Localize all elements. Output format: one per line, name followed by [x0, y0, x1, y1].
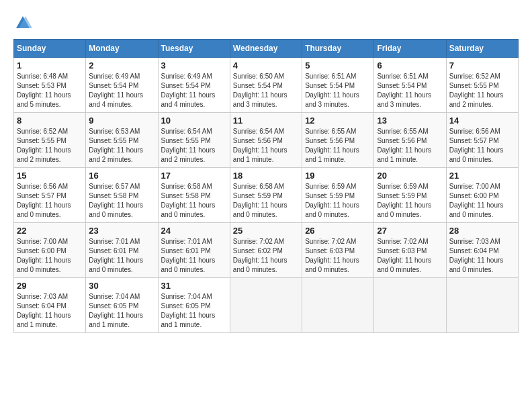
day-detail: Sunrise: 7:04 AMSunset: 6:05 PMDaylight:…	[89, 292, 154, 330]
calendar-day-cell: 23 Sunrise: 7:01 AMSunset: 6:01 PMDaylig…	[86, 223, 158, 278]
page-header	[13, 13, 519, 32]
day-number: 7	[449, 60, 515, 71]
day-detail: Sunrise: 7:01 AMSunset: 6:01 PMDaylight:…	[89, 237, 154, 275]
day-detail: Sunrise: 6:50 AMSunset: 5:54 PMDaylight:…	[233, 72, 299, 109]
calendar-day-cell	[230, 278, 302, 333]
calendar-day-cell: 8 Sunrise: 6:52 AMSunset: 5:55 PMDayligh…	[14, 113, 86, 168]
logo-icon	[13, 13, 32, 32]
day-number: 23	[89, 226, 154, 236]
calendar-day-cell	[446, 278, 518, 333]
day-detail: Sunrise: 6:48 AMSunset: 5:53 PMDaylight:…	[17, 72, 83, 109]
day-detail: Sunrise: 6:58 AMSunset: 5:58 PMDaylight:…	[161, 182, 227, 220]
day-number: 8	[17, 116, 83, 126]
calendar-day-cell: 14 Sunrise: 6:56 AMSunset: 5:57 PMDaylig…	[446, 113, 518, 168]
day-detail: Sunrise: 6:52 AMSunset: 5:55 PMDaylight:…	[449, 72, 515, 109]
calendar-week-row: 8 Sunrise: 6:52 AMSunset: 5:55 PMDayligh…	[14, 113, 519, 168]
calendar-day-cell: 10 Sunrise: 6:54 AMSunset: 5:55 PMDaylig…	[158, 113, 230, 168]
day-detail: Sunrise: 6:57 AMSunset: 5:58 PMDaylight:…	[89, 182, 154, 220]
day-of-week-header: Saturday	[446, 40, 518, 58]
day-detail: Sunrise: 6:59 AMSunset: 5:59 PMDaylight:…	[305, 182, 371, 220]
day-number: 19	[305, 171, 371, 181]
day-detail: Sunrise: 6:54 AMSunset: 5:56 PMDaylight:…	[233, 127, 299, 165]
day-number: 29	[17, 281, 83, 291]
calendar-day-cell: 15 Sunrise: 6:56 AMSunset: 5:57 PMDaylig…	[14, 168, 86, 223]
calendar-day-cell: 22 Sunrise: 7:00 AMSunset: 6:00 PMDaylig…	[14, 223, 86, 278]
day-number: 3	[161, 60, 227, 71]
calendar-day-cell: 24 Sunrise: 7:01 AMSunset: 6:01 PMDaylig…	[158, 223, 230, 278]
day-number: 6	[377, 60, 443, 71]
calendar-day-cell: 27 Sunrise: 7:02 AMSunset: 6:03 PMDaylig…	[374, 223, 446, 278]
day-of-week-header: Monday	[86, 40, 158, 58]
day-number: 31	[161, 281, 227, 291]
day-number: 11	[233, 116, 299, 126]
day-number: 15	[17, 171, 83, 181]
calendar-day-cell: 16 Sunrise: 6:57 AMSunset: 5:58 PMDaylig…	[86, 168, 158, 223]
calendar-day-cell: 13 Sunrise: 6:55 AMSunset: 5:56 PMDaylig…	[374, 113, 446, 168]
day-number: 30	[89, 281, 154, 291]
day-number: 16	[89, 171, 154, 181]
day-detail: Sunrise: 7:03 AMSunset: 6:04 PMDaylight:…	[449, 237, 515, 275]
calendar-day-cell: 21 Sunrise: 7:00 AMSunset: 6:00 PMDaylig…	[446, 168, 518, 223]
day-detail: Sunrise: 6:52 AMSunset: 5:55 PMDaylight:…	[17, 127, 83, 165]
calendar-day-cell: 19 Sunrise: 6:59 AMSunset: 5:59 PMDaylig…	[302, 168, 374, 223]
day-detail: Sunrise: 6:49 AMSunset: 5:54 PMDaylight:…	[89, 72, 154, 109]
calendar-day-cell: 9 Sunrise: 6:53 AMSunset: 5:55 PMDayligh…	[86, 113, 158, 168]
calendar-day-cell: 18 Sunrise: 6:58 AMSunset: 5:59 PMDaylig…	[230, 168, 302, 223]
day-number: 17	[161, 171, 227, 181]
day-detail: Sunrise: 7:00 AMSunset: 6:00 PMDaylight:…	[449, 182, 515, 220]
day-detail: Sunrise: 7:01 AMSunset: 6:01 PMDaylight:…	[161, 237, 227, 275]
day-number: 26	[305, 226, 371, 236]
day-detail: Sunrise: 6:55 AMSunset: 5:56 PMDaylight:…	[377, 127, 443, 165]
calendar-week-row: 29 Sunrise: 7:03 AMSunset: 6:04 PMDaylig…	[14, 278, 519, 333]
calendar-day-cell	[374, 278, 446, 333]
day-detail: Sunrise: 6:55 AMSunset: 5:56 PMDaylight:…	[305, 127, 371, 165]
calendar-day-cell: 5 Sunrise: 6:51 AMSunset: 5:54 PMDayligh…	[302, 58, 374, 113]
day-number: 22	[17, 226, 83, 236]
day-number: 12	[305, 116, 371, 126]
calendar-week-row: 1 Sunrise: 6:48 AMSunset: 5:53 PMDayligh…	[14, 58, 519, 113]
calendar-day-cell: 7 Sunrise: 6:52 AMSunset: 5:55 PMDayligh…	[446, 58, 518, 113]
day-of-week-header: Wednesday	[230, 40, 302, 58]
day-number: 27	[377, 226, 443, 236]
day-number: 10	[161, 116, 227, 126]
calendar-day-cell: 26 Sunrise: 7:02 AMSunset: 6:03 PMDaylig…	[302, 223, 374, 278]
day-number: 2	[89, 60, 154, 71]
calendar-day-cell: 17 Sunrise: 6:58 AMSunset: 5:58 PMDaylig…	[158, 168, 230, 223]
calendar-day-cell: 4 Sunrise: 6:50 AMSunset: 5:54 PMDayligh…	[230, 58, 302, 113]
calendar-header-row: SundayMondayTuesdayWednesdayThursdayFrid…	[14, 40, 519, 58]
day-detail: Sunrise: 7:02 AMSunset: 6:03 PMDaylight:…	[377, 237, 443, 275]
day-of-week-header: Sunday	[14, 40, 86, 58]
day-detail: Sunrise: 6:54 AMSunset: 5:55 PMDaylight:…	[161, 127, 227, 165]
day-of-week-header: Thursday	[302, 40, 374, 58]
day-number: 24	[161, 226, 227, 236]
day-of-week-header: Tuesday	[158, 40, 230, 58]
calendar-day-cell	[302, 278, 374, 333]
day-number: 13	[377, 116, 443, 126]
day-number: 4	[233, 60, 299, 71]
calendar-day-cell: 11 Sunrise: 6:54 AMSunset: 5:56 PMDaylig…	[230, 113, 302, 168]
calendar-day-cell: 25 Sunrise: 7:02 AMSunset: 6:02 PMDaylig…	[230, 223, 302, 278]
calendar-day-cell: 1 Sunrise: 6:48 AMSunset: 5:53 PMDayligh…	[14, 58, 86, 113]
day-number: 14	[449, 116, 515, 126]
day-detail: Sunrise: 6:59 AMSunset: 5:59 PMDaylight:…	[377, 182, 443, 220]
day-of-week-header: Friday	[374, 40, 446, 58]
calendar-day-cell: 6 Sunrise: 6:51 AMSunset: 5:54 PMDayligh…	[374, 58, 446, 113]
day-number: 28	[449, 226, 515, 236]
day-number: 21	[449, 171, 515, 181]
day-number: 1	[17, 60, 83, 71]
day-detail: Sunrise: 7:02 AMSunset: 6:03 PMDaylight:…	[305, 237, 371, 275]
calendar-day-cell: 29 Sunrise: 7:03 AMSunset: 6:04 PMDaylig…	[14, 278, 86, 333]
day-number: 5	[305, 60, 371, 71]
calendar-day-cell: 12 Sunrise: 6:55 AMSunset: 5:56 PMDaylig…	[302, 113, 374, 168]
day-detail: Sunrise: 6:56 AMSunset: 5:57 PMDaylight:…	[17, 182, 83, 220]
day-number: 9	[89, 116, 154, 126]
day-detail: Sunrise: 6:51 AMSunset: 5:54 PMDaylight:…	[305, 72, 371, 109]
calendar-day-cell: 2 Sunrise: 6:49 AMSunset: 5:54 PMDayligh…	[86, 58, 158, 113]
day-detail: Sunrise: 6:58 AMSunset: 5:59 PMDaylight:…	[233, 182, 299, 220]
calendar-table: SundayMondayTuesdayWednesdayThursdayFrid…	[13, 39, 519, 333]
day-detail: Sunrise: 7:03 AMSunset: 6:04 PMDaylight:…	[17, 292, 83, 330]
day-detail: Sunrise: 7:04 AMSunset: 6:05 PMDaylight:…	[161, 292, 227, 330]
calendar-day-cell: 31 Sunrise: 7:04 AMSunset: 6:05 PMDaylig…	[158, 278, 230, 333]
calendar-week-row: 22 Sunrise: 7:00 AMSunset: 6:00 PMDaylig…	[14, 223, 519, 278]
calendar-day-cell: 30 Sunrise: 7:04 AMSunset: 6:05 PMDaylig…	[86, 278, 158, 333]
